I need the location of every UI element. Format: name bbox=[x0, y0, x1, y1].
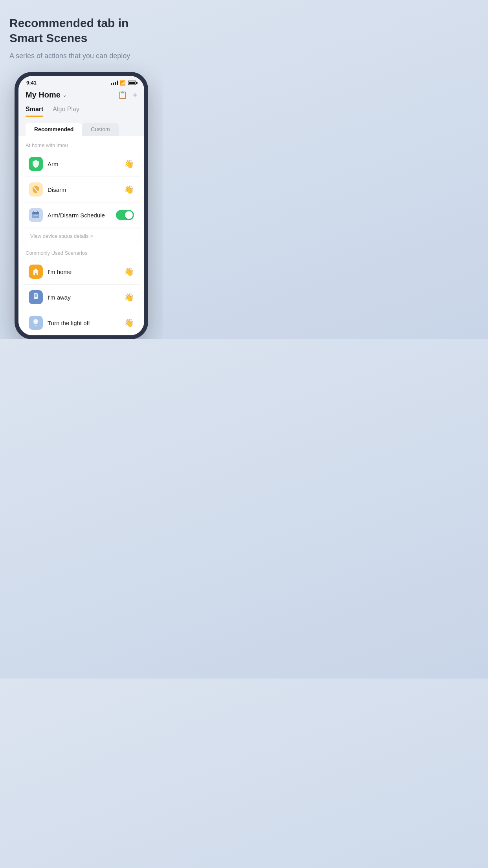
schedule-label: Arm/Disarm Schedule bbox=[48, 212, 116, 219]
list-icon[interactable]: 📋 bbox=[118, 90, 127, 99]
at-home-card: Arm 👋 Disarm 👋 bbox=[23, 151, 139, 244]
sub-tab-recommended[interactable]: Recommended bbox=[26, 123, 82, 136]
arm-icon bbox=[29, 157, 43, 171]
disarm-icon bbox=[29, 182, 43, 197]
im-home-tap-icon: 👋 bbox=[124, 267, 134, 276]
phone-frame: 9:41 📶 My Home ⌄ 📋 bbox=[15, 72, 148, 339]
sub-tabs: Recommended Custom bbox=[18, 117, 144, 136]
scene-item-schedule[interactable]: Arm/Disarm Schedule bbox=[23, 202, 139, 228]
battery-icon bbox=[128, 81, 136, 85]
app-header: My Home ⌄ 📋 + bbox=[18, 87, 144, 103]
disarm-label: Disarm bbox=[48, 186, 124, 193]
add-icon[interactable]: + bbox=[133, 91, 137, 99]
arm-label: Arm bbox=[48, 161, 124, 167]
main-tabs: Smart Algo Play bbox=[18, 103, 144, 117]
im-home-icon bbox=[29, 265, 43, 279]
svg-rect-9 bbox=[35, 326, 37, 327]
page-header: Recommended tab in Smart Scenes A series… bbox=[9, 16, 153, 61]
section-at-home-label: At home with Imou bbox=[18, 136, 144, 151]
section-scenarios-label: Commonly Used Scenarios bbox=[18, 244, 144, 259]
chevron-down-icon: ⌄ bbox=[62, 92, 67, 98]
tab-smart[interactable]: Smart bbox=[26, 103, 43, 117]
phone-screen: 9:41 📶 My Home ⌄ 📋 bbox=[18, 76, 144, 335]
light-off-tap-icon: 👋 bbox=[124, 318, 134, 327]
header-actions: 📋 + bbox=[118, 90, 137, 99]
arm-tap-icon: 👋 bbox=[124, 159, 134, 169]
light-off-icon bbox=[29, 316, 43, 330]
sub-tab-custom[interactable]: Custom bbox=[82, 123, 118, 136]
scene-item-arm[interactable]: Arm 👋 bbox=[23, 151, 139, 177]
status-bar: 9:41 📶 bbox=[18, 76, 144, 87]
svg-rect-2 bbox=[32, 212, 39, 214]
svg-rect-8 bbox=[35, 325, 37, 326]
content-area: At home with Imou Arm 👋 bbox=[18, 136, 144, 335]
wifi-icon: 📶 bbox=[120, 80, 126, 86]
tab-algo-play[interactable]: Algo Play bbox=[53, 103, 79, 117]
scene-item-away[interactable]: I'm away 👋 bbox=[23, 285, 139, 310]
scene-item-home[interactable]: I'm home 👋 bbox=[23, 259, 139, 285]
scene-item-disarm[interactable]: Disarm 👋 bbox=[23, 177, 139, 202]
svg-rect-7 bbox=[35, 294, 37, 297]
status-time: 9:41 bbox=[26, 80, 37, 86]
schedule-toggle[interactable] bbox=[116, 210, 134, 220]
im-away-icon bbox=[29, 290, 43, 304]
im-home-label: I'm home bbox=[48, 268, 124, 275]
view-device-status-link[interactable]: View device status details > bbox=[23, 228, 139, 244]
im-away-tap-icon: 👋 bbox=[124, 292, 134, 302]
scenarios-card: I'm home 👋 I'm away 👋 bbox=[23, 259, 139, 335]
signal-bars-icon bbox=[111, 81, 118, 85]
disarm-tap-icon: 👋 bbox=[124, 185, 134, 194]
status-icons: 📶 bbox=[111, 80, 136, 86]
scene-item-light-off[interactable]: Turn the light off 👋 bbox=[23, 310, 139, 335]
home-name: My Home bbox=[26, 90, 61, 99]
page-subtitle: A series of actions that you can deploy bbox=[9, 51, 153, 61]
light-off-label: Turn the light off bbox=[48, 320, 124, 326]
schedule-icon bbox=[29, 208, 43, 222]
home-selector[interactable]: My Home ⌄ bbox=[26, 90, 67, 99]
page-title: Recommended tab in Smart Scenes bbox=[9, 16, 153, 45]
im-away-label: I'm away bbox=[48, 294, 124, 301]
